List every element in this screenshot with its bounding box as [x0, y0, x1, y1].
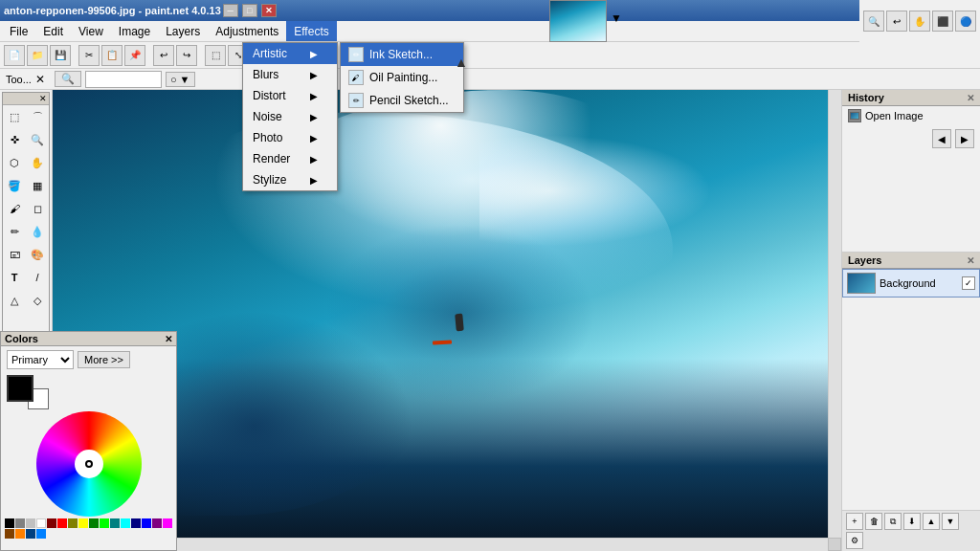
menu-layers[interactable]: Layers [158, 21, 208, 41]
palette-swatch[interactable] [57, 518, 67, 528]
effects-menu-stylize[interactable]: Stylize ▶ [243, 169, 337, 190]
palette-swatch[interactable] [152, 518, 162, 528]
crop-button[interactable]: ⬚ [205, 45, 226, 66]
palette-swatch[interactable] [142, 518, 151, 528]
color-wheel-container [1, 411, 176, 517]
hand-tool[interactable]: ✋ [26, 151, 49, 174]
add-layer-button[interactable]: + [846, 513, 863, 530]
menu-effects[interactable]: Effects [286, 21, 336, 41]
palette-swatch[interactable] [68, 518, 78, 528]
artistic-pencil-sketch[interactable]: ✏ Pencil Sketch... [341, 89, 463, 112]
maximize-button[interactable]: □ [242, 4, 257, 17]
open-button[interactable]: 📁 [27, 45, 48, 66]
menu-view[interactable]: View [71, 21, 111, 41]
paint-bucket-tool[interactable]: 🪣 [3, 174, 26, 197]
close-window-button[interactable]: ✕ [261, 4, 277, 17]
zoom-tool[interactable]: 🔍 [26, 128, 49, 151]
zoom-out-button[interactable]: 🔍 [863, 11, 884, 32]
palette-swatch[interactable] [47, 518, 56, 528]
artistic-ink-sketch[interactable]: ✏ Ink Sketch... [341, 43, 463, 66]
tools-close-button[interactable]: ✕ [39, 94, 47, 103]
gradient-tool[interactable]: ▦ [26, 174, 49, 197]
palette-swatch[interactable] [15, 529, 25, 539]
rectangle-select-tool[interactable]: ⬚ [3, 105, 26, 128]
effects-menu-artistic[interactable]: Artistic ▶ [243, 43, 337, 64]
cut-button[interactable]: ✂ [78, 45, 100, 66]
palette-swatch[interactable] [26, 518, 35, 528]
eraser-tool[interactable]: ◻ [26, 197, 49, 220]
effects-menu-blurs[interactable]: Blurs ▶ [243, 64, 337, 85]
palette-swatch[interactable] [5, 518, 14, 528]
palette-swatch[interactable] [78, 518, 88, 528]
history-button[interactable]: ↩ [886, 11, 907, 32]
primary-color-swatch[interactable] [7, 375, 33, 402]
color-picker-tool[interactable]: 💧 [26, 220, 49, 243]
palette-swatch[interactable] [36, 529, 46, 539]
move-tool[interactable]: ✜ [3, 128, 26, 151]
color-wheel[interactable] [36, 411, 142, 517]
zoom-control[interactable]: 🔍 [55, 71, 81, 87]
menu-image[interactable]: Image [111, 21, 158, 41]
palette-swatch[interactable] [36, 518, 46, 528]
pan-button[interactable]: ✋ [909, 11, 930, 32]
colors-close-button[interactable]: ✕ [165, 334, 172, 344]
merge-layer-button[interactable]: ⬇ [903, 513, 921, 530]
clone-stamp-tool[interactable]: 🖃 [3, 243, 26, 266]
primary-secondary-select[interactable]: Primary Secondary [7, 350, 74, 369]
layer-properties-button[interactable]: ⚙ [846, 532, 863, 549]
history-back-button[interactable]: ◀ [932, 129, 951, 148]
freeform-tool[interactable]: ◇ [26, 289, 49, 312]
redo-button[interactable]: ↪ [176, 45, 197, 66]
menu-file[interactable]: File [2, 21, 35, 41]
move-layer-down-button[interactable]: ▼ [942, 513, 959, 530]
palette-swatch[interactable] [131, 518, 141, 528]
lasso-select-tool[interactable]: ⌒ [26, 105, 49, 128]
line-tool[interactable]: / [26, 266, 49, 289]
palette-swatch[interactable] [15, 518, 25, 528]
palette-swatch[interactable] [121, 518, 130, 528]
magic-wand-tool[interactable]: ⬡ [3, 151, 26, 174]
color-wheel-button[interactable]: 🔵 [955, 11, 976, 32]
history-item-open-image[interactable]: Open Image [842, 106, 980, 125]
layer-item-background[interactable]: Background ✓ [842, 269, 980, 298]
copy-button[interactable]: 📋 [101, 45, 122, 66]
artistic-oil-painting[interactable]: 🖌 Oil Painting... [341, 66, 463, 89]
shapes-tool[interactable]: △ [3, 289, 26, 312]
save-button[interactable]: 💾 [50, 45, 71, 66]
more-colors-button[interactable]: More >> [78, 351, 130, 368]
delete-layer-button[interactable]: 🗑 [865, 513, 882, 530]
pencil-tool[interactable]: ✏ [3, 220, 26, 243]
palette-swatch[interactable] [89, 518, 99, 528]
move-layer-up-button[interactable]: ▲ [923, 513, 940, 530]
effects-menu-render[interactable]: Render ▶ [243, 148, 337, 169]
duplicate-layer-button[interactable]: ⧉ [884, 513, 902, 530]
history-forward-button[interactable]: ▶ [955, 129, 974, 148]
palette-swatch[interactable] [5, 529, 14, 539]
undo-button[interactable]: ↩ [153, 45, 174, 66]
effects-menu-photo[interactable]: Photo ▶ [243, 127, 337, 148]
paintbrush-tool[interactable]: 🖌 [3, 197, 26, 220]
layers-close-button[interactable]: ✕ [967, 255, 974, 266]
layers-list: Background ✓ [842, 269, 980, 510]
palette-swatch[interactable] [110, 518, 120, 528]
menu-adjustments[interactable]: Adjustments [208, 21, 286, 41]
new-button[interactable]: 📄 [4, 45, 25, 66]
minimize-button[interactable]: ─ [223, 4, 238, 17]
palette-swatch[interactable] [100, 518, 109, 528]
palette-swatch[interactable] [163, 518, 172, 528]
paste-button[interactable]: 📌 [124, 45, 145, 66]
text-tool[interactable]: T [3, 266, 26, 289]
close-tools-button[interactable]: ✕ [35, 73, 45, 86]
palette-swatch[interactable] [26, 529, 35, 539]
layer-visibility-check[interactable]: ✓ [962, 276, 975, 290]
zoom-dropdown[interactable]: ○ ▼ [166, 72, 195, 87]
vertical-scrollbar[interactable] [828, 90, 841, 538]
thumbnail-dropdown-arrow[interactable]: ▼ [611, 11, 622, 25]
zoom-in-button[interactable]: ⬛ [932, 11, 953, 32]
menu-edit[interactable]: Edit [35, 21, 71, 41]
effects-menu-distort[interactable]: Distort ▶ [243, 85, 337, 106]
history-close-button[interactable]: ✕ [967, 93, 974, 103]
effects-menu-noise[interactable]: Noise ▶ [243, 106, 337, 127]
recolor-tool[interactable]: 🎨 [26, 243, 49, 266]
image-thumbnail [549, 0, 607, 42]
